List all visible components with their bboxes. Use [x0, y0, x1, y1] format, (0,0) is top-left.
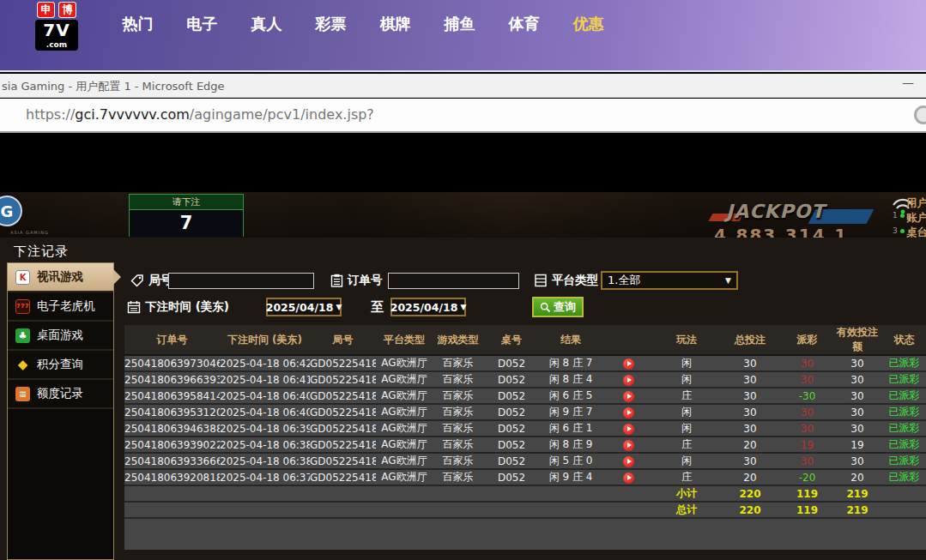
col-status: 状态 — [882, 325, 926, 355]
col-result: 结果 — [540, 325, 602, 355]
search-button[interactable]: 查询 — [532, 297, 584, 317]
cell-result: 闲 8 庄 7 — [540, 355, 602, 371]
play-replay-button[interactable] — [623, 456, 634, 467]
nav-item-boardgames[interactable]: 棋牌 — [363, 14, 427, 34]
grand-total-label: 总计 — [655, 502, 718, 518]
cell-valid-bet: 30 — [832, 388, 882, 404]
nav-item-slots[interactable]: 电子 — [170, 14, 234, 34]
bet-table-body: 250418063973046 2025-04-18 06:42:03 GD05… — [124, 355, 926, 485]
nav-item-hot[interactable]: 热门 — [106, 14, 170, 34]
order-number-input[interactable] — [388, 273, 519, 289]
cell-bet-type: 闲 — [655, 420, 718, 437]
play-replay-button[interactable] — [623, 375, 634, 386]
cell-table: D052 — [483, 453, 540, 469]
panel-title: 下注记录 — [14, 244, 69, 260]
cell-result: 闲 6 庄 1 — [540, 420, 602, 437]
date-from-picker[interactable]: 2025/04/18 ▼ — [266, 298, 342, 316]
grand-total-total-bet: 220 — [718, 502, 782, 518]
cell-order: 250418063946388 — [124, 420, 220, 437]
cell-table: D052 — [483, 469, 540, 485]
cell-platform: AG欧洲厅 — [376, 453, 433, 469]
cell-total-bet: 20 — [718, 437, 782, 453]
cell-status: 已派彩 — [882, 371, 926, 388]
cell-game: 百家乐 — [433, 420, 483, 437]
play-replay-button[interactable] — [623, 440, 634, 451]
cell-bet-type: 庄 — [655, 437, 718, 453]
cell-bet-type: 闲 — [655, 404, 718, 420]
minimize-button[interactable]: — — [899, 75, 917, 89]
cell-bet-type: 庄 — [655, 469, 718, 485]
cell-bet-type: 闲 — [655, 453, 718, 469]
cell-total-bet: 30 — [718, 453, 782, 469]
nav-item-fishing[interactable]: 捕鱼 — [427, 14, 492, 34]
play-replay-button[interactable] — [623, 473, 634, 484]
calendar-icon — [127, 300, 141, 314]
sidebar-item-slots[interactable]: 777 电子老虎机 — [8, 292, 113, 322]
user-name-label: 用户名称 — [906, 196, 926, 210]
cell-table: D052 — [483, 371, 540, 388]
subtotal-valid-bet: 219 — [832, 485, 882, 502]
cell-status: 已派彩 — [882, 437, 926, 453]
table-filler — [124, 519, 926, 550]
col-valid-bet: 有效投注额 — [832, 325, 882, 355]
site-logo[interactable]: 申 博 7V .com — [35, 2, 78, 51]
sidebar-item-label: 积分查询 — [37, 357, 83, 372]
strip-marker-1: 1 — [893, 211, 898, 220]
play-replay-button[interactable] — [623, 424, 634, 435]
cell-game: 百家乐 — [433, 469, 483, 485]
cell-bet-type: 闲 — [655, 355, 718, 371]
cell-payout: 30 — [782, 453, 832, 469]
browser-urlbar[interactable]: https://gci.7vvvvvv.com/agingame/pcv1/in… — [0, 99, 926, 133]
cell-total-bet: 20 — [718, 469, 782, 485]
jackpot-value: 4,883,314.1 — [714, 225, 848, 238]
nav-item-sports[interactable]: 体育 — [492, 14, 556, 34]
subtotal-label: 小计 — [655, 485, 718, 502]
play-replay-button[interactable] — [623, 407, 634, 418]
nav-item-promotions[interactable]: 优惠 — [556, 14, 620, 34]
cell-payout: 19 — [782, 437, 832, 453]
url-domain: gci.7vvvvvv.com — [75, 106, 190, 123]
col-replay — [602, 325, 655, 355]
bet-time-label: 下注时间 (美东) — [145, 299, 229, 315]
platform-type-icon — [534, 274, 548, 287]
cell-valid-bet: 30 — [832, 404, 882, 420]
cell-valid-bet: 20 — [832, 469, 882, 485]
sidebar-item-points-query[interactable]: ◆ 积分查询 — [8, 351, 113, 380]
nav-item-lottery[interactable]: 彩票 — [299, 14, 363, 34]
platform-type-select[interactable]: 1.全部 ▼ — [601, 271, 738, 290]
cell-game: 百家乐 — [433, 355, 483, 371]
sidebar-item-credit-records[interactable]: ≡ 额度记录 — [8, 380, 113, 409]
clipboard-icon — [330, 274, 343, 287]
tag-icon — [130, 274, 144, 287]
table-row: 250418063958414 2025-04-18 06:40:41 GD05… — [124, 388, 926, 404]
nav-item-live[interactable]: 真人 — [234, 14, 299, 34]
panel-content: 局号 订单号 — [124, 262, 926, 560]
play-replay-button[interactable] — [623, 358, 634, 370]
cell-total-bet: 30 — [718, 371, 782, 388]
cell-round: GD052254180NX — [310, 355, 376, 371]
cell-bet-type: 闲 — [655, 371, 718, 388]
filter-row-2: 下注时间 (美东) 2025/04/18 ▼ 至 2025/04/18 ▼ 查询 — [124, 298, 926, 319]
cell-result: 闲 9 庄 4 — [540, 469, 602, 485]
subtotal-payout: 119 — [782, 485, 832, 502]
document-icon: ≡ — [15, 387, 30, 401]
diamond-icon: ◆ — [15, 358, 30, 372]
col-bet-type: 玩法 — [655, 325, 718, 355]
cell-total-bet: 30 — [718, 404, 782, 420]
site-nav-items: 热门 电子 真人 彩票 棋牌 捕鱼 体育 优惠 — [106, 14, 620, 34]
table-row: 250418063933666 2025-04-18 06:38:20 GD05… — [124, 453, 926, 469]
sidebar-item-table-games[interactable]: ♣ 桌面游戏 — [8, 322, 113, 351]
cell-replay — [602, 355, 655, 371]
date-to-picker[interactable]: 2025/04/18 ▼ — [390, 298, 466, 316]
cell-status: 已派彩 — [882, 355, 926, 371]
play-replay-button[interactable] — [623, 391, 634, 402]
page-action-icon[interactable] — [914, 105, 926, 124]
cell-payout: 30 — [782, 371, 832, 388]
col-order: 订单号 — [124, 325, 220, 355]
order-number-label: 订单号 — [348, 273, 383, 288]
sidebar-item-live-games[interactable]: K 视讯游戏 — [8, 263, 113, 292]
cell-payout: -30 — [782, 388, 832, 404]
strip-marker-dot-3 — [900, 229, 905, 233]
cell-status: 已派彩 — [882, 420, 926, 437]
round-number-input[interactable] — [168, 273, 314, 289]
